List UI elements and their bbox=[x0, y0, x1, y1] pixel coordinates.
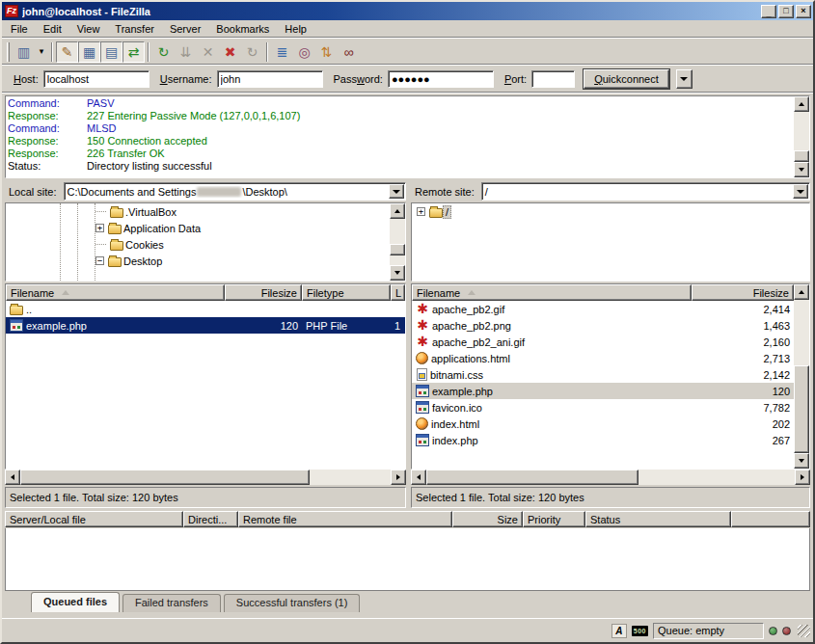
password-field[interactable] bbox=[388, 70, 494, 88]
file-row-favicon-ico[interactable]: favicon.ico7,782 bbox=[412, 399, 794, 416]
tree-item-root[interactable]: +/ bbox=[412, 203, 809, 220]
toggle-message-log-button[interactable]: ✎ bbox=[56, 41, 78, 63]
scroll-right-button[interactable] bbox=[391, 470, 406, 485]
expand-icon[interactable]: + bbox=[417, 207, 425, 216]
scrollbar-track[interactable] bbox=[310, 470, 391, 485]
column-header-filesize[interactable]: Filesize bbox=[225, 284, 302, 301]
file-row-applications-html[interactable]: applications.html2,713 bbox=[412, 350, 794, 366]
quickconnect-dropdown-button[interactable] bbox=[676, 69, 693, 89]
synchronized-browsing-button[interactable]: ⇅ bbox=[315, 41, 338, 63]
menu-bookmarks[interactable]: Bookmarks bbox=[208, 20, 277, 38]
column-header-filetype[interactable]: Filetype bbox=[302, 284, 391, 301]
scrollbar-thumb[interactable] bbox=[20, 470, 310, 485]
tree-item-application-data[interactable]: +Application Data bbox=[6, 220, 390, 236]
queue-list[interactable] bbox=[5, 528, 810, 591]
menu-view[interactable]: View bbox=[69, 20, 108, 38]
collapse-icon[interactable]: − bbox=[95, 256, 104, 265]
column-header-l[interactable]: L bbox=[391, 284, 405, 301]
scroll-down-button[interactable] bbox=[794, 162, 809, 177]
menu-transfer[interactable]: Transfer bbox=[107, 20, 162, 38]
port-field[interactable] bbox=[531, 70, 575, 88]
file-row-index-php[interactable]: index.php267 bbox=[412, 432, 794, 448]
column-header-directi[interactable]: Directi... bbox=[183, 511, 238, 527]
process-queue-button[interactable]: ⇊ bbox=[175, 41, 197, 63]
column-header-status[interactable]: Status bbox=[585, 511, 731, 527]
scrollbar-thumb[interactable] bbox=[426, 470, 638, 485]
column-header-server-local-file[interactable]: Server/Local file bbox=[5, 511, 183, 527]
local-site-combo[interactable]: C:\Documents and Settings\Desktop\ bbox=[64, 182, 406, 201]
tree-item-cookies[interactable]: Cookies bbox=[6, 236, 390, 253]
tree-item-desktop[interactable]: −Desktop bbox=[6, 253, 390, 269]
firefox-file-icon bbox=[416, 417, 428, 430]
username-field[interactable] bbox=[217, 70, 323, 88]
local-list-hscrollbar[interactable] bbox=[5, 470, 406, 485]
scroll-down-button[interactable] bbox=[794, 453, 809, 469]
scrollbar-thumb[interactable] bbox=[794, 150, 809, 162]
scroll-left-button[interactable] bbox=[411, 470, 426, 485]
file-row-apache-pb2-ani-gif[interactable]: apache_pb2_ani.gif2,160 bbox=[412, 334, 794, 350]
toggle-local-tree-button[interactable]: ▦ bbox=[78, 41, 100, 63]
column-header-filename[interactable]: Filename bbox=[6, 284, 225, 301]
scrollbar-thumb[interactable] bbox=[390, 244, 405, 255]
scrollbar-thumb[interactable] bbox=[794, 365, 809, 453]
file-row-apache-pb2-png[interactable]: apache_pb2.png1,463 bbox=[412, 317, 794, 334]
filter-button[interactable]: ≣ bbox=[271, 41, 293, 63]
column-header-size[interactable]: Size bbox=[452, 511, 523, 527]
expand-icon[interactable]: + bbox=[95, 224, 104, 232]
file-row-[interactable]: .. bbox=[6, 301, 405, 317]
directory-comparison-button[interactable]: ◎ bbox=[293, 41, 315, 63]
find-files-button[interactable]: ∞ bbox=[338, 41, 360, 63]
column-header-filesize[interactable]: Filesize bbox=[692, 284, 794, 301]
maximize-button[interactable]: □ bbox=[778, 5, 794, 18]
file-row-index-html[interactable]: index.html202 bbox=[412, 416, 794, 432]
disconnect-button[interactable]: ✖ bbox=[219, 41, 241, 63]
file-row-apache-pb2-gif[interactable]: apache_pb2.gif2,414 bbox=[412, 301, 794, 317]
scroll-up-button[interactable] bbox=[794, 284, 809, 300]
column-header-filename[interactable]: Filename bbox=[412, 284, 692, 301]
column-header-blank[interactable] bbox=[731, 511, 810, 527]
minimize-button[interactable]: _ bbox=[761, 5, 776, 18]
close-button[interactable]: × bbox=[796, 5, 811, 18]
tab-failed-transfers[interactable]: Failed transfers bbox=[122, 594, 221, 612]
resize-grip[interactable] bbox=[798, 625, 810, 637]
menu-edit[interactable]: Edit bbox=[36, 20, 69, 38]
remote-list-scrollbar[interactable] bbox=[794, 284, 809, 469]
local-site-dropdown-button[interactable] bbox=[389, 184, 404, 199]
scroll-right-button[interactable] bbox=[795, 470, 810, 485]
scrollbar-track[interactable] bbox=[638, 470, 795, 485]
site-manager-dropdown[interactable]: ▾ bbox=[35, 41, 48, 63]
scrollbar-track[interactable] bbox=[794, 112, 809, 150]
file-row-example-php[interactable]: example.php120 bbox=[412, 383, 794, 399]
scroll-up-button[interactable] bbox=[390, 203, 405, 219]
local-tree-scrollbar[interactable] bbox=[390, 203, 405, 281]
remote-site-dropdown-button[interactable] bbox=[793, 184, 808, 199]
host-field[interactable] bbox=[43, 70, 149, 88]
remote-site-combo[interactable]: / bbox=[481, 182, 810, 201]
scroll-up-button[interactable] bbox=[794, 96, 809, 112]
toggle-remote-tree-button[interactable]: ▤ bbox=[100, 41, 122, 63]
title-bar[interactable]: Fz john@localhost - FileZilla _ □ × bbox=[2, 2, 813, 20]
tree-item-virtualbox[interactable]: .VirtualBox bbox=[6, 203, 390, 220]
scroll-left-button[interactable] bbox=[5, 470, 20, 485]
menu-help[interactable]: Help bbox=[277, 20, 314, 38]
cancel-operation-button[interactable]: ✕ bbox=[197, 41, 219, 63]
column-header-priority[interactable]: Priority bbox=[523, 511, 585, 527]
toggle-transfer-queue-button[interactable]: ⇄ bbox=[122, 41, 145, 63]
reconnect-button[interactable]: ↻ bbox=[241, 41, 263, 63]
column-header-remote-file[interactable]: Remote file bbox=[238, 511, 452, 527]
file-row-bitnami-css[interactable]: bitnami.css2,142 bbox=[412, 366, 794, 383]
file-row-example-php[interactable]: example.php120PHP File1 bbox=[6, 317, 405, 334]
menu-server[interactable]: Server bbox=[162, 20, 208, 38]
tab-successful-transfers-1[interactable]: Successful transfers (1) bbox=[224, 594, 361, 612]
refresh-button[interactable]: ↻ bbox=[152, 41, 175, 63]
menu-file[interactable]: File bbox=[3, 20, 36, 38]
message-log-scrollbar[interactable] bbox=[794, 96, 809, 177]
tab-queued-files[interactable]: Queued files bbox=[31, 592, 120, 612]
scrollbar-track[interactable] bbox=[794, 300, 809, 365]
scroll-down-button[interactable] bbox=[390, 265, 405, 281]
scrollbar-track[interactable] bbox=[390, 219, 405, 244]
site-manager-button[interactable]: ▥ bbox=[13, 41, 35, 63]
scrollbar-track[interactable] bbox=[390, 255, 405, 265]
quickconnect-button[interactable]: Quickconnect bbox=[584, 69, 669, 89]
remote-list-hscrollbar[interactable] bbox=[411, 470, 810, 485]
